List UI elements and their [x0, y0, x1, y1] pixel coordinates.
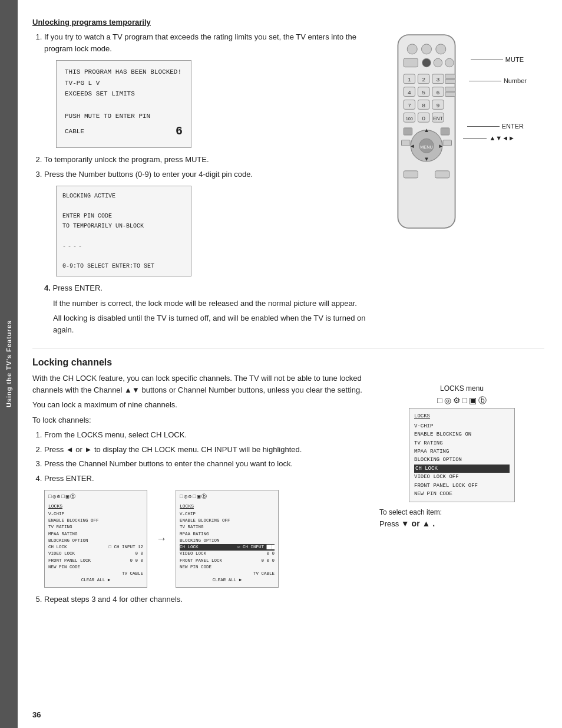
svg-text:9: 9: [437, 102, 439, 108]
svg-rect-4: [404, 58, 418, 67]
mini-screen-before: □ ◎ ⚙ □ ▣ ⓑ LOCKS V-CHIP ENABLE BLOCKING…: [44, 490, 147, 587]
locks-menu-area: LOCKS menu □ ◎ ⚙ □ ▣ ⓑ LOCKS V-CHI: [379, 384, 544, 528]
svg-rect-43: [402, 140, 411, 146]
svg-point-5: [422, 58, 431, 67]
locking-intro: With the CH LOCK feature, you can lock s…: [32, 373, 368, 396]
svg-rect-45: [404, 171, 418, 178]
page-number: 36: [32, 710, 41, 719]
number-label-line: Number: [469, 77, 527, 84]
locking-left-col: With the CH LOCK feature, you can lock s…: [32, 373, 368, 610]
svg-text:2: 2: [422, 76, 425, 83]
svg-text:8: 8: [422, 102, 425, 108]
svg-point-2: [422, 44, 432, 54]
svg-text:0: 0: [422, 115, 425, 121]
svg-rect-48: [441, 128, 449, 135]
svg-text:6: 6: [437, 89, 439, 95]
steps-list: If you try to watch a TV program that ex…: [44, 31, 368, 276]
svg-point-3: [436, 44, 446, 54]
svg-text:MENU: MENU: [420, 144, 432, 150]
main-content: Unlocking programs temporarily If you tr…: [18, 0, 562, 728]
left-column: If you try to watch a TV program that ex…: [32, 31, 368, 339]
lock-step-3: Press the Channel Number buttons to ente…: [44, 458, 368, 470]
bottom-screens: □ ◎ ⚙ □ ▣ ⓑ LOCKS V-CHIP ENABLE BLOCKING…: [44, 490, 368, 587]
svg-point-7: [445, 58, 454, 67]
arrows-symbols: ▼ or ▲ .: [401, 519, 435, 528]
nav-label-line: ▲▼◄►: [463, 134, 515, 141]
svg-text:3: 3: [437, 76, 439, 83]
svg-rect-15: [445, 79, 455, 83]
locks-menu-box: LOCKS V-CHIP ENABLE BLOCKING ON TV RATIN…: [409, 408, 515, 502]
svg-point-1: [407, 44, 417, 54]
mini-screen-after: □ ◎ ⚙ □ ▣ ⓑ LOCKS V-CHIP ENABLE BLOCKING…: [176, 490, 279, 587]
step-3: Press the Number buttons (0-9) to enter …: [44, 169, 368, 277]
mute-label-line: MUTE: [471, 56, 524, 63]
svg-text:100: 100: [406, 116, 413, 121]
screen-box-1: THIS PROGRAM HAS BEEN BLOCKED! TV-PG L V…: [56, 60, 191, 148]
step-4-label: 4. Press ENTER.: [44, 282, 368, 294]
ch-lock-highlighted: CH LOCK ☑ CH INPUT ███: [180, 544, 275, 551]
lock-step-2: Press ◄ or ► to display the CH LOCK menu…: [44, 444, 368, 456]
svg-point-6: [434, 58, 442, 67]
arrow-between-screens: →: [156, 533, 167, 545]
lock-step-4: Press ENTER.: [44, 473, 368, 485]
enter-label-line: ENTER: [467, 123, 524, 130]
locking-steps-list: From the LOCKS menu, select CH LOCK. Pre…: [44, 429, 368, 484]
to-lock-label: To lock channels:: [32, 414, 368, 426]
svg-rect-14: [445, 74, 455, 78]
max-text: You can lock a maximum of nine channels.: [32, 399, 368, 411]
remote-svg: 1 2 3 4 5: [385, 31, 468, 232]
nav-arrows-label: ▲▼◄►: [489, 134, 515, 141]
svg-text:ENT: ENT: [433, 116, 443, 121]
step-2: To temporarily unlock the program, press…: [44, 154, 368, 166]
svg-text:5: 5: [422, 89, 425, 95]
lock-step-5: Repeat steps 3 and 4 for other channels.: [44, 594, 368, 605]
locks-menu-title: LOCKS menu: [379, 384, 544, 393]
svg-rect-44: [443, 140, 452, 146]
lock-step-1: From the LOCKS menu, select CH LOCK.: [44, 429, 368, 441]
section-heading-unlocking: Unlocking programs temporarily: [32, 18, 544, 27]
number-label: Number: [504, 77, 527, 84]
press-arrows-text: Press ▼ or ▲ .: [379, 519, 544, 528]
svg-rect-47: [404, 128, 412, 135]
svg-text:7: 7: [408, 102, 411, 108]
locks-menu-icons: □ ◎ ⚙ □ ▣ ⓑ: [379, 396, 544, 406]
enter-label: ENTER: [502, 123, 524, 130]
svg-text:▼: ▼: [424, 156, 429, 162]
remote-image-wrapper: 1 2 3 4 5: [385, 31, 515, 233]
right-column-remote: 1 2 3 4 5: [379, 31, 544, 339]
locking-step5-list: Repeat steps 3 and 4 for other channels.: [44, 594, 368, 605]
press-label: Press: [379, 519, 399, 528]
select-each-item: To select each item:: [379, 508, 544, 516]
step-4-desc1: If the number is correct, the lock mode …: [53, 298, 368, 309]
right-column-locks: LOCKS menu □ ◎ ⚙ □ ▣ ⓑ LOCKS V-CHI: [379, 373, 544, 610]
step-1: If you try to watch a TV program that ex…: [44, 31, 368, 148]
svg-rect-46: [435, 171, 449, 178]
section-locking: Locking channels With the CH LOCK featur…: [32, 357, 544, 610]
section-heading-locking: Locking channels: [32, 357, 544, 368]
svg-text:1: 1: [408, 76, 411, 83]
mute-label: MUTE: [505, 56, 524, 63]
screen-box-2: BLOCKING ACTIVE ENTER PIN CODE TO TEMPOR…: [56, 186, 191, 276]
section-unlocking: Unlocking programs temporarily If you tr…: [32, 18, 544, 339]
svg-rect-23: [445, 92, 455, 96]
divider: [32, 348, 544, 348]
side-tab-label: Using the TV's Features: [5, 321, 12, 408]
step-4-desc2: All locking is disabled until the TV is …: [53, 312, 368, 335]
svg-text:▲: ▲: [424, 127, 429, 133]
svg-text:4: 4: [408, 89, 411, 95]
ch-lock-menu-highlighted: CH LOCK: [414, 465, 510, 473]
svg-rect-22: [445, 87, 455, 91]
side-tab: Using the TV's Features: [0, 0, 18, 728]
